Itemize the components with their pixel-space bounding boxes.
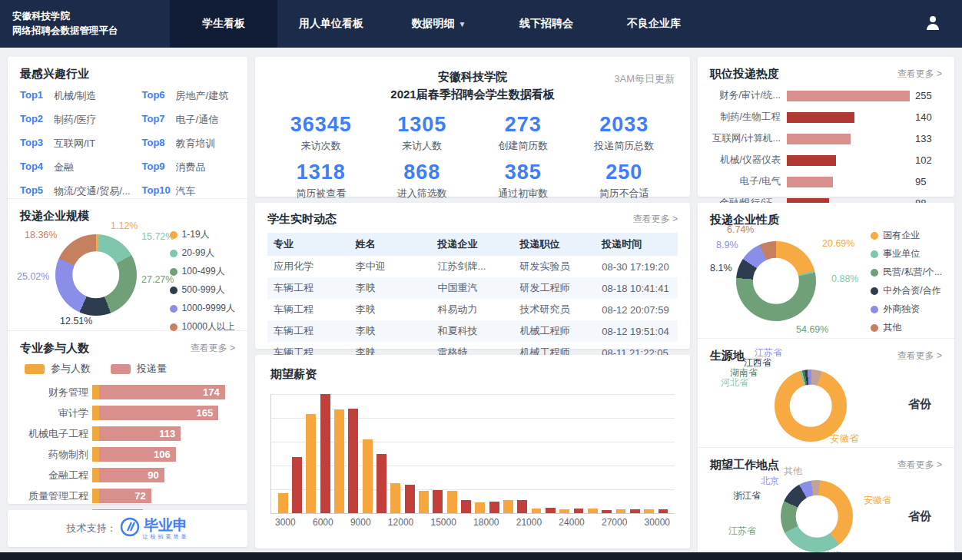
slice-label: 54.69% [796,324,828,335]
slice-label: 12.51% [60,316,92,326]
heat-bar-row: 财务/审计/统...255 [710,89,942,102]
brand-logo-icon [120,517,140,540]
donut-legend: 国有企业事业单位民营/私营/个...中外合资/合作外商独资其他 [871,229,942,334]
nav-tab[interactable]: 用人单位看板 [277,0,385,48]
industry-rank: Top6 [142,89,176,103]
legend-item: 1-19人 [170,228,235,241]
legend-dot [170,287,177,294]
legend-item: 民营/私营/个... [871,266,942,279]
major-label: 机械电子工程 [20,427,92,441]
slice-label: 安徽省 [830,432,859,446]
table-row[interactable]: 车辆工程李映和夏科技机械工程师08-12 19:51:04 [267,320,678,342]
bar-track: 174 [92,385,235,399]
legend-dot [170,323,177,331]
stat-value: 2033 [574,113,675,137]
major-bar-row: 质量管理工程72 [20,489,235,503]
x-tick-label [465,517,473,528]
table-cell: 和夏科技 [432,320,514,342]
right-panel-card: 投递企业性质 20.69% 0.88% 54.69% 8.1% 8.9% 6.7… [698,203,954,559]
major-label: 金融工程 [20,469,92,482]
participants-bar [92,385,99,399]
brand-logo: 毕业申 让校招更简单 [143,518,189,539]
legend-dot [170,268,177,276]
major-label: 药物制剂 [20,448,92,462]
histogram-bar [459,394,473,513]
x-tick-label [304,517,313,528]
dashboard-title-line2: 2021届春季招聘会学生数据看板 [270,85,675,103]
industry-rank: Top2 [20,113,54,127]
stat-item: 273创建简历数 [473,113,574,153]
major-label: 审计学 [20,406,92,420]
heat-bar-row: 制药/生物工程140 [710,111,942,124]
view-more-link[interactable]: 查看更多 > [897,68,942,81]
update-note: 3AM每日更新 [614,72,675,86]
industry-label: 教育培训 [176,137,216,151]
histogram-bar [642,394,656,513]
table-cell: 中国重汽 [432,277,514,299]
legend-label: 20-99人 [182,247,215,260]
table-column-header: 投递企业 [432,233,514,256]
industry-rank: Top8 [142,137,176,151]
dashboard-body: 最感兴趣行业 Top1机械/制造Top2制药/医疗Top3互联网/ITTop4金… [0,48,962,559]
nav-tab[interactable]: 学生看板 [170,0,277,48]
bar-value: 165 [197,407,214,419]
section-title: 职位投递热度 [710,67,779,81]
stat-item: 36345来访次数 [270,113,372,153]
x-tick-label: 24000 [559,517,584,528]
x-tick-label: 21000 [516,517,542,528]
legend-dot [170,250,177,257]
histogram-bar [403,394,416,513]
company-nature-section: 投递企业性质 20.69% 0.88% 54.69% 8.1% 8.9% 6.7… [698,203,954,338]
user-avatar-icon[interactable] [924,13,942,35]
histogram-bar [431,394,445,513]
legend-item: 100-499人 [170,265,235,278]
histogram-bar [516,394,529,513]
bar-fill [489,502,499,514]
table-column-header: 专业 [267,233,350,256]
table-row[interactable]: 车辆工程李映中国重汽研发工程师08-18 10:41:41 [267,277,678,299]
major-bar-row: 审计学165 [20,406,235,420]
participants-bar [92,468,99,482]
table-cell: 08-30 17:19:20 [595,256,678,277]
heat-label: 财务/审计/统... [710,89,787,102]
industry-rank: Top10 [142,184,176,198]
table-row[interactable]: 应用化学李中迎江苏剑牌...研发实验员08-30 17:19:20 [267,256,678,277]
legend-dot [871,287,878,295]
histogram-bar [543,394,557,513]
donut [736,241,816,321]
legend-label: 事业单位 [883,247,920,260]
view-more-link[interactable]: 查看更多 > [897,350,942,363]
nav-tab[interactable]: 不良企业库 [600,0,708,48]
section-title: 期望薪资 [270,367,317,382]
legend-item: 10000人以上 [170,320,235,333]
bar-fill [546,508,556,513]
nav-tab[interactable]: 线下招聘会 [493,0,600,48]
legend-label: 其他 [883,321,901,334]
table-cell: 08-18 10:41:41 [595,277,678,299]
table-cell: 车辆工程 [267,320,350,342]
nav-tab-label: 不良企业库 [627,17,681,31]
industry-item: Top6房地产/建筑 [142,89,235,103]
industry-item: Top9消费品 [142,161,235,174]
table-row[interactable]: 车辆工程李映科易动力技术研究员08-12 20:07:59 [267,299,678,320]
x-tick-label: 18000 [473,517,499,528]
industry-rank: Top3 [20,137,54,151]
bar-track [787,91,910,101]
histogram-bar [529,394,543,513]
view-more-link[interactable]: 查看更多 > [633,213,678,226]
legend-label: 投递量 [137,362,167,376]
company-scale-donut-chart: 1.12% 15.72% 27.27% 12.51% 25.02% 18.36%… [20,227,235,326]
nav-tab[interactable]: 数据明细▼ [385,0,493,48]
company-nature-donut-chart: 20.69% 0.88% 54.69% 8.1% 8.9% 6.74% 国有企业… [710,229,942,336]
bar-fill [320,394,330,513]
heat-bar-row: 机械/仪器仪表102 [710,154,942,167]
view-more-link[interactable]: 查看更多 > [191,342,235,355]
view-more-link[interactable]: 查看更多 > [897,459,942,472]
legend-label: 参与人数 [51,362,91,376]
table-cell: 李映 [350,320,432,342]
histogram-bar [374,394,388,513]
slice-label: 河北省 [721,376,748,389]
industry-rank: Top1 [20,89,54,103]
legend-item: 外商独资 [871,303,942,316]
origin-section: 生源地 查看更多 > 江苏省 江西省 湖南省 河北省 安徽省 省份 [698,338,954,447]
